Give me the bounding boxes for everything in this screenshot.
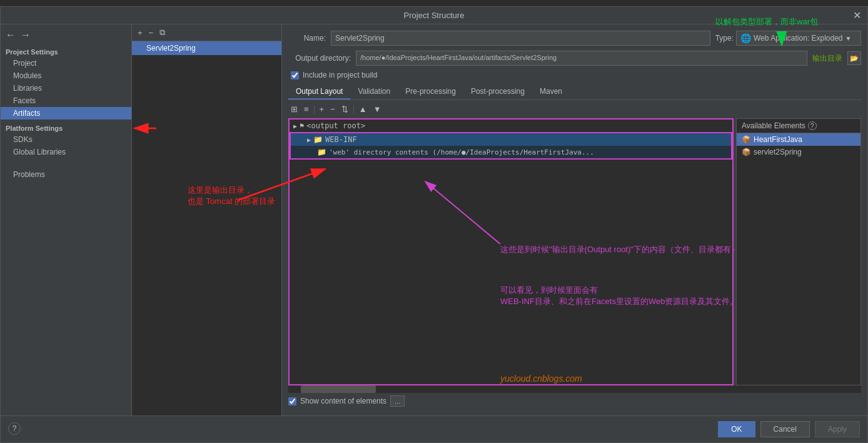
type-label: Type: [715,34,734,43]
tab-output-layout[interactable]: Output Layout [288,84,350,99]
elements-header: Available Elements ? [737,119,860,133]
toolbar-separator-1 [314,105,315,114]
tree-item-servlet2spring[interactable]: ⚙ Servlet2Spring [132,41,281,55]
sidebar-artifacts-text: Artifacts [13,109,40,118]
sidebar-item-modules[interactable]: Modules [1,69,131,82]
output-dir-value: /home/●/IdeaProjects/HeartFirstJava/out/… [360,54,557,61]
output-dir-label: Output directory: [288,54,351,63]
element-servlet2spring-icon: 📦 [742,148,751,156]
toolbar-separator-2 [353,105,354,114]
include-project-build-label: Include in project build [303,71,377,79]
name-input[interactable] [331,31,710,46]
project-structure-dialog: Project Structure ✕ ← → Project Settings… [0,6,868,443]
output-root-label: <output root> [306,121,365,130]
web-dir-icon: 📁 [317,148,326,156]
tree-item-label: Servlet2Spring [146,44,196,53]
folder-icon: 📁 [313,135,323,144]
dialog-title: Project Structure [404,11,465,20]
sidebar-item-libraries[interactable]: Libraries [1,82,131,94]
sidebar-modules-text: Modules [13,71,41,80]
element-servlet2spring[interactable]: 📦 servlet2Spring [737,146,860,158]
type-icon: 🌐 [740,33,751,43]
include-project-build-checkbox[interactable] [291,71,299,79]
chevron-down-icon: ▼ [845,35,852,42]
type-select[interactable]: 🌐 Web Application: Exploded ▼ [736,31,861,46]
show-content-row: Show content of elements ... [288,393,861,409]
tree-add-button[interactable]: + [136,28,144,38]
elements-panel: Available Elements ? 📦 HeartFirstJava 📦 … [736,118,861,385]
sidebar-facets-text: Facets [13,96,36,105]
name-field-row: Name: Type: 🌐 Web Application: Exploded … [288,31,861,46]
browse-button[interactable]: 📂 [847,51,861,65]
tab-maven[interactable]: Maven [532,84,570,99]
tab-output-layout-label: Output Layout [296,87,343,96]
sidebar-libraries-text: Libraries [13,84,42,93]
tab-validation[interactable]: Validation [350,84,398,99]
element-heartfirstjava-icon: 📦 [742,135,751,144]
close-button[interactable]: ✕ [853,11,861,21]
layout-list-button[interactable]: ≡ [301,104,311,115]
cancel-button[interactable]: Cancel [760,421,810,437]
tree-toolbar: + − ⧉ [132,24,281,41]
sidebar-item-project[interactable]: Project [1,57,131,69]
include-project-build-row: Include in project build [288,71,861,79]
project-settings-label: Project Settings [1,43,131,57]
sidebar-project-text: Project [13,59,36,68]
name-label: Name: [288,34,326,43]
main-content: Name: Type: 🌐 Web Application: Exploded … [282,24,867,415]
tab-pre-processing[interactable]: Pre-processing [398,84,463,99]
web-dir-item[interactable]: 📁 'web' directory contents (/home/●/Idea… [290,146,732,160]
type-container: Type: 🌐 Web Application: Exploded ▼ [715,31,861,46]
available-elements-label: Available Elements [742,121,805,130]
back-button[interactable]: ← [6,29,16,41]
output-dir-row: Output directory: /home/●/IdeaProjects/H… [288,51,861,66]
web-dir-label: 'web' directory contents (/home/●/IdeaPr… [329,148,594,156]
tabs-container: Output Layout Validation Pre-processing … [288,84,861,100]
tree-copy-button[interactable]: ⧉ [158,27,167,38]
sidebar-item-facets[interactable]: Facets [1,94,131,107]
webinf-label: WEB-INF [325,135,357,144]
tab-pre-processing-label: Pre-processing [405,87,456,96]
show-content-label: Show content of elements [300,397,386,405]
sidebar-item-global-libraries[interactable]: Global Libraries [1,146,131,158]
sidebar-item-artifacts[interactable]: Artifacts [1,107,131,120]
move-down-button[interactable]: ▼ [371,104,384,115]
sort-button[interactable]: ⇅ [339,104,351,115]
output-root-item[interactable]: ▶ ⚑ <output root> [290,120,732,132]
sidebar-problems-text: Problems [13,170,45,179]
tree-remove-button[interactable]: − [147,28,156,38]
artifact-output-tree[interactable]: ▶ ⚑ <output root> ▶ 📁 WEB-INF 📁 'web' di… [288,118,734,385]
layout-grid-button[interactable]: ⊞ [288,104,300,115]
sidebar-sdks-text: SDKs [13,135,33,144]
tab-validation-label: Validation [358,87,390,96]
artifact-icon: ⚙ [137,44,144,53]
output-dir-note: 输出目录 [812,53,842,64]
output-root-icon: ⚑ [300,121,304,130]
sidebar-item-problems[interactable]: Problems [1,168,131,181]
show-content-checkbox[interactable] [288,397,296,405]
tab-post-processing[interactable]: Post-processing [463,84,532,99]
dialog-body: ← → Project Settings Project Modules Lib… [1,24,867,415]
ok-button[interactable]: OK [718,421,755,437]
add-content-button[interactable]: + [317,104,327,115]
output-dir-input[interactable]: /home/●/IdeaProjects/HeartFirstJava/out/… [356,51,807,66]
apply-button[interactable]: Apply [815,421,860,437]
move-up-button[interactable]: ▲ [356,104,370,115]
horizontal-scrollbar[interactable] [288,385,861,393]
forward-button[interactable]: → [21,29,31,41]
remove-content-button[interactable]: − [328,104,338,115]
tree-panel: + − ⧉ ⚙ Servlet2Spring [132,24,282,415]
element-heartfirstjava-label: HeartFirstJava [754,135,802,144]
left-sidebar: ← → Project Settings Project Modules Lib… [1,24,132,415]
element-heartfirstjava[interactable]: 📦 HeartFirstJava [737,133,860,146]
ellipsis-button[interactable]: ... [390,395,405,407]
artifact-tree-list: ⚙ Servlet2Spring [132,41,281,415]
sidebar-item-sdks[interactable]: SDKs [1,133,131,146]
content-toolbar: ⊞ ≡ + − ⇅ ▲ ▼ [288,104,861,115]
help-button[interactable]: ? [8,422,21,435]
tab-post-processing-label: Post-processing [471,87,525,96]
scrollbar-thumb [301,385,376,393]
sidebar-global-libs-text: Global Libraries [13,148,66,156]
webinf-item[interactable]: ▶ 📁 WEB-INF [290,132,732,146]
dialog-titlebar: Project Structure ✕ [1,7,867,24]
